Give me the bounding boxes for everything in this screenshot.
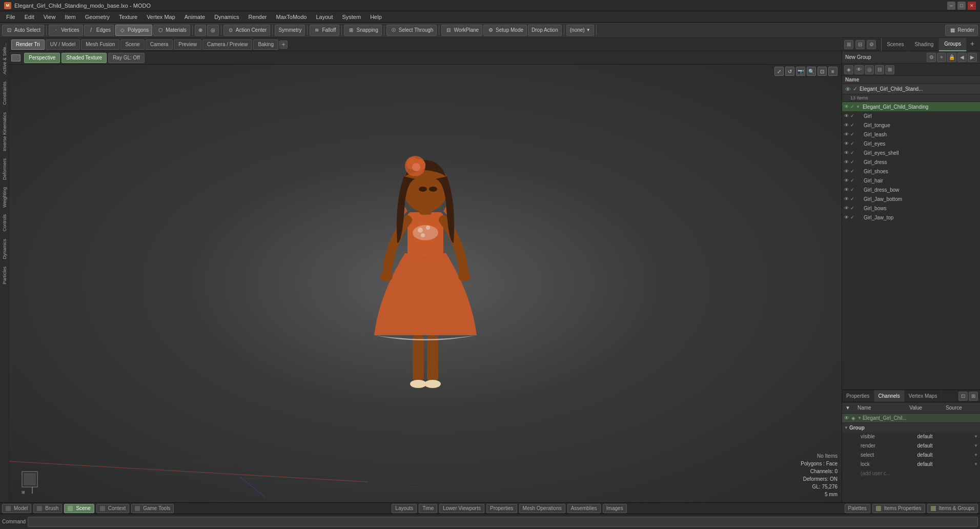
hier-item-girl-shoes[interactable]: 👁 ✓ Girl_shoes — [842, 167, 980, 176]
maximize-button[interactable]: □ — [957, 2, 966, 10]
add-viewport-tab-button[interactable]: + — [279, 40, 288, 49]
hier-item-girl-tongue[interactable]: 👁 ✓ Girl_tongue — [842, 120, 980, 130]
viewport-split-button[interactable]: ⊟ — [855, 40, 865, 49]
symmetry-button[interactable]: Symmetry — [275, 25, 305, 36]
tab-brush[interactable]: Brush — [33, 504, 62, 513]
snapping-button[interactable]: ⊞ Snapping — [344, 25, 381, 36]
render-button[interactable]: ▦ Render — [945, 25, 978, 36]
hierarchy-expand-button[interactable]: ▶ — [968, 53, 977, 62]
viewport-3d[interactable]: No Items Polygons : Face Channels: 0 Def… — [9, 65, 842, 502]
menu-button[interactable]: ≡ — [828, 67, 838, 76]
menu-file[interactable]: File — [2, 13, 19, 21]
hierarchy-add-button[interactable]: + — [937, 53, 946, 62]
tab-layouts[interactable]: Layouts — [392, 504, 417, 513]
tab-scene[interactable]: Scene — [120, 39, 144, 50]
hier-tool2[interactable]: 👁 — [854, 65, 864, 74]
props-lock-row[interactable]: lock default ▼ — [842, 460, 980, 469]
tab-uv-model[interactable]: UV / Model — [46, 39, 80, 50]
menu-layout[interactable]: Layout — [312, 13, 337, 21]
props-visible-row[interactable]: visible default ▼ — [842, 432, 980, 441]
tab-items-groups[interactable]: Items & Groups — [927, 504, 978, 513]
auto-select-button[interactable]: ⊡ Auto Select — [2, 25, 44, 36]
hierarchy-collapse-button[interactable]: ◀ — [957, 53, 967, 62]
props-group-section[interactable]: ▼ Group — [842, 423, 980, 432]
fit-button[interactable]: ⊡ — [818, 67, 827, 76]
tab-game-tools[interactable]: Game Tools — [131, 504, 174, 513]
menu-render[interactable]: Render — [244, 13, 271, 21]
side-tab-particles[interactable]: Particles — [1, 263, 8, 288]
materials-button[interactable]: ⬡ Materials — [153, 25, 190, 36]
side-tab-dynamics[interactable]: Dynamics — [1, 236, 8, 262]
hier-item-girl-leash[interactable]: 👁 ✓ Girl_leash — [842, 130, 980, 139]
hierarchy-root-item[interactable]: 👁 ✓ Elegant_Girl_Child_Stand... — [842, 84, 980, 94]
props-tool2[interactable]: ⊞ — [969, 392, 978, 401]
drop-action-button[interactable]: Drop Action — [528, 25, 562, 36]
tab-items-properties[interactable]: Items Properties — [872, 504, 925, 513]
none-dropdown[interactable]: (none) ▼ — [566, 25, 594, 36]
select-through-button[interactable]: ⦾ Select Through — [386, 25, 437, 36]
side-tab-controls[interactable]: Controls — [1, 211, 8, 235]
zoom-button[interactable]: 🔍 — [807, 67, 816, 76]
menu-maxtomodo[interactable]: MaxToModo — [272, 13, 311, 21]
tab-scenes[interactable]: Scenes — [882, 38, 909, 51]
tab-context[interactable]: Context — [96, 504, 129, 513]
hier-item-girl-bows[interactable]: 👁 ✓ Girl_bows — [842, 204, 980, 213]
menu-geometry[interactable]: Geometry — [81, 13, 114, 21]
add-panel-tab-button[interactable]: + — [967, 38, 978, 49]
tab-assemblies[interactable]: Assemblies — [567, 504, 601, 513]
tab-baking[interactable]: Baking — [253, 39, 278, 50]
viewport-layout-button[interactable]: ⊞ — [844, 40, 853, 49]
hier-item-girl-jaw-bottom[interactable]: 👁 ✓ Girl_Jaw_bottom — [842, 194, 980, 204]
tab-render-tri[interactable]: Render Tri — [11, 39, 45, 50]
hier-item-girl-dress-bow[interactable]: 👁 ✓ Girl_dress_bow — [842, 185, 980, 194]
hier-tool5[interactable]: ⊞ — [885, 65, 894, 74]
hier-tool4[interactable]: ⊟ — [875, 65, 884, 74]
side-tab-active-selections[interactable]: Active & Sele... — [1, 40, 8, 77]
menu-edit[interactable]: Edit — [21, 13, 38, 21]
props-add-user-row[interactable]: (add user c... — [842, 469, 980, 478]
polygons-button[interactable]: ◇ Polygons — [115, 25, 152, 36]
tab-camera[interactable]: Camera — [146, 39, 173, 50]
menu-view[interactable]: View — [39, 13, 60, 21]
snap2-icon-btn[interactable]: ◎ — [207, 25, 219, 36]
menu-item[interactable]: Item — [60, 13, 79, 21]
hier-item-girl[interactable]: 👁 ✓ Girl — [842, 111, 980, 120]
vertices-button[interactable]: · Vertices — [49, 25, 83, 36]
props-root-row[interactable]: 👁 ◈ ▼ Elegant_Girl_Chil... — [842, 414, 980, 423]
tab-scene-bottom[interactable]: Scene — [64, 504, 94, 513]
minimize-button[interactable]: ─ — [947, 2, 955, 10]
tab-time[interactable]: Time — [419, 504, 437, 513]
hier-item-girl-jaw-top[interactable]: 👁 ✓ Girl_Jaw_top — [842, 213, 980, 222]
tab-groups[interactable]: Groups — [939, 38, 967, 51]
setup-mode-button[interactable]: ⚙ Setup Mode — [483, 25, 527, 36]
view-raygl-tab[interactable]: Ray GL: Off — [108, 53, 145, 63]
tab-palettes[interactable]: Palettes — [845, 504, 870, 513]
side-tab-constraints[interactable]: Constraints — [1, 78, 8, 108]
snap-icon-btn[interactable]: ⊕ — [195, 25, 206, 36]
tab-vertex-maps[interactable]: Vertex Maps — [905, 390, 942, 402]
tab-camera-preview[interactable]: Camera / Preview — [202, 39, 252, 50]
workplane-button[interactable]: ⊟ WorkPlane — [441, 25, 482, 36]
side-tab-weighting[interactable]: Weighting — [1, 184, 8, 211]
camera-icon-button[interactable]: 📷 — [796, 67, 805, 76]
tab-channels[interactable]: Channels — [874, 390, 905, 402]
tab-images[interactable]: Images — [603, 504, 627, 513]
view-shaded-tab[interactable]: Shaded Texture — [62, 53, 107, 63]
menu-vertex-map[interactable]: Vertex Map — [142, 13, 179, 21]
hier-item-girl-eyes[interactable]: 👁 ✓ Girl_eyes — [842, 139, 980, 148]
menu-texture[interactable]: Texture — [115, 13, 141, 21]
hier-tool3[interactable]: ◎ — [865, 65, 874, 74]
tab-properties-bottom[interactable]: Properties — [486, 504, 517, 513]
hier-tool1[interactable]: ◈ — [844, 65, 853, 74]
close-button[interactable]: ✕ — [968, 2, 976, 10]
tab-model[interactable]: Model — [2, 504, 31, 513]
menu-help[interactable]: Help — [366, 13, 386, 21]
tab-shading[interactable]: Shading — [910, 38, 940, 51]
props-select-row[interactable]: select default ▼ — [842, 451, 980, 460]
tab-mesh-fusion[interactable]: Mesh Fusion — [81, 39, 119, 50]
hier-item-elegant-girl[interactable]: 👁 ✓ ▼ Elegant_Girl_Child_Standing — [842, 102, 980, 111]
tab-properties[interactable]: Properties — [842, 390, 874, 402]
action-center-button[interactable]: ⊙ Action Center — [223, 25, 271, 36]
menu-dynamics[interactable]: Dynamics — [210, 13, 243, 21]
tab-mesh-operations[interactable]: Mesh Operations — [519, 504, 565, 513]
